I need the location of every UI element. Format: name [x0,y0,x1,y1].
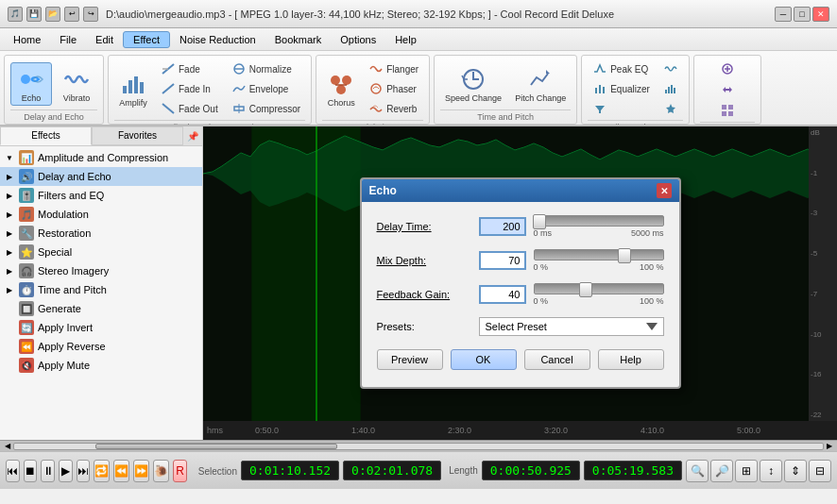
go-start-button[interactable]: ⏮ [6,460,20,482]
zoom-out-y[interactable]: ⇕ [784,460,807,482]
ribbon-btn-ext2[interactable] [715,80,740,99]
ribbon-btn-equalizer[interactable]: Equalizer [588,79,655,98]
feedback-gain-label[interactable]: Feedback Gain: [377,289,471,300]
ribbon-btn-vibrato[interactable]: Vibrato [56,62,97,106]
effects-item-amplitude[interactable]: ▼ 📊 Amplitude and Compression [0,148,202,167]
ribbon-btn-fade-in[interactable]: Fade In [156,79,223,98]
ribbon-group-modulation-label: Modulation [322,120,423,126]
effects-item-generate[interactable]: 🔲 Generate [0,299,202,318]
expand-apply-mute [4,360,15,371]
ribbon-btn-ext3[interactable] [715,101,740,120]
scrollbar-track[interactable] [13,443,824,450]
quick-open[interactable]: 📂 [45,7,60,22]
feedback-gain-thumb[interactable] [579,282,592,297]
fast-forward-button[interactable]: ⏭ [77,460,91,482]
zoom-in-x[interactable]: 🔍 [686,460,709,482]
ribbon-btn-chorus[interactable]: Chorus [322,67,360,110]
scroll-left-btn[interactable]: ◀ [2,441,13,452]
ribbon-btn-extra4[interactable] [658,99,683,118]
delay-time-labels: 0 ms 5000 ms [534,228,664,238]
ribbon-btn-fade[interactable]: Fade [156,59,223,78]
cancel-button[interactable]: Cancel [524,349,590,370]
menu-options[interactable]: Options [331,32,385,47]
ribbon-btn-fade-out[interactable]: Fade Out [156,99,223,118]
ribbon-btn-extra1[interactable] [588,99,655,118]
help-button[interactable]: Help [598,349,664,370]
zoom-in-y[interactable]: ↕ [760,460,782,482]
ribbon-btn-extra3[interactable] [658,79,683,98]
undo[interactable]: ↩ [64,7,79,22]
effects-item-apply-invert[interactable]: 🔄 Apply Invert [0,318,202,337]
effects-item-time-pitch[interactable]: ▶ ⏱️ Time and Pitch [0,280,202,299]
delay-time-thumb[interactable] [533,214,546,229]
ok-button[interactable]: OK [451,349,517,370]
close-button[interactable]: ✕ [812,7,829,22]
pause-button[interactable]: ⏸ [41,460,55,482]
zoom-fit[interactable]: ⊞ [735,460,758,482]
feedback-gain-slider[interactable] [534,283,664,294]
effects-tab-favorites[interactable]: Favorites [92,126,183,145]
ribbon-btn-extra2[interactable] [658,59,683,78]
mix-depth-label[interactable]: Mix Depth: [377,255,471,266]
delay-time-label[interactable]: Delay Time: [377,221,471,232]
skip-back-button[interactable]: ⏪ [113,460,129,482]
ribbon-btn-normalize[interactable]: Normalize [227,59,305,78]
special-icon: ⭐ [19,244,34,260]
ribbon-btn-echo[interactable]: Echo [10,62,52,106]
effects-item-stereo[interactable]: ▶ 🎧 Stereo Imagery [0,261,202,280]
scroll-right-btn[interactable]: ▶ [824,441,835,452]
scrollbar-thumb[interactable] [95,444,338,449]
effects-item-restoration[interactable]: ▶ 🔧 Restoration [0,224,202,243]
menu-noise-reduction[interactable]: Noise Reduction [170,32,265,47]
delay-time-slider[interactable] [534,215,664,227]
delay-time-input[interactable] [479,217,526,236]
slow-play-button[interactable]: 🐌 [153,460,169,482]
mix-depth-input[interactable] [479,251,526,270]
apply-invert-icon: 🔄 [19,320,34,335]
zoom-fit-y[interactable]: ⊟ [809,460,831,482]
skip-forward-button[interactable]: ⏩ [133,460,149,482]
ribbon-btn-peak-eq[interactable]: Peak EQ [588,59,655,78]
ribbon-btn-phaser[interactable]: Phaser [364,79,423,98]
maximize-button[interactable]: □ [794,7,811,22]
effects-item-apply-mute[interactable]: 🔇 Apply Mute [0,356,202,375]
minimize-button[interactable]: ─ [775,7,792,22]
stop-button[interactable]: ⏹ [24,460,38,482]
ribbon-btn-ext1[interactable] [715,59,740,78]
effects-item-special[interactable]: ▶ ⭐ Special [0,243,202,261]
effects-item-delay-echo[interactable]: ▶ 🔊 Delay and Echo [0,167,202,186]
mix-depth-thumb[interactable] [618,248,631,263]
effects-item-modulation[interactable]: ▶ 🎵 Modulation [0,205,202,224]
ribbon-btn-reverb[interactable]: Reverb [364,99,423,118]
svg-point-12 [371,84,381,93]
menu-bookmark[interactable]: Bookmark [265,32,332,47]
effects-tab-effects[interactable]: Effects [0,126,92,145]
preview-button[interactable]: Preview [377,349,443,370]
ribbon-btn-envelope[interactable]: Envelope [227,79,305,98]
mix-depth-slider[interactable] [534,249,664,260]
dialog-close-button[interactable]: ✕ [657,183,672,198]
loop-button[interactable]: 🔁 [94,460,110,482]
menu-help[interactable]: Help [385,32,426,47]
quick-save[interactable]: 💾 [26,7,42,22]
ribbon-btn-pitch-change[interactable]: Pitch Change [510,62,571,106]
feedback-gain-input[interactable] [479,285,526,304]
expand-restoration: ▶ [4,227,15,239]
menu-effect[interactable]: Effect [123,31,170,48]
apply-invert-label: Apply Invert [38,322,93,333]
effects-pin[interactable]: 📌 [183,126,202,145]
presets-select[interactable]: Select Preset [479,317,664,336]
ribbon-btn-flanger[interactable]: Flanger [364,59,423,78]
menu-edit[interactable]: Edit [86,32,123,47]
effects-item-filters-eq[interactable]: ▶ 🎚️ Filters and EQ [0,186,202,205]
zoom-out-x[interactable]: 🔎 [710,460,733,482]
menu-file[interactable]: File [50,32,86,47]
redo[interactable]: ↪ [83,7,98,22]
ribbon-btn-amplify[interactable]: Amplify [114,67,152,110]
effects-item-apply-reverse[interactable]: ⏪ Apply Reverse [0,337,202,356]
record-button[interactable]: R [173,460,187,482]
menu-home[interactable]: Home [4,32,50,47]
ribbon-btn-speed-change[interactable]: Speed Change [440,62,506,106]
play-button[interactable]: ▶ [59,460,73,482]
ribbon-btn-compressor[interactable]: Compressor [227,99,305,118]
